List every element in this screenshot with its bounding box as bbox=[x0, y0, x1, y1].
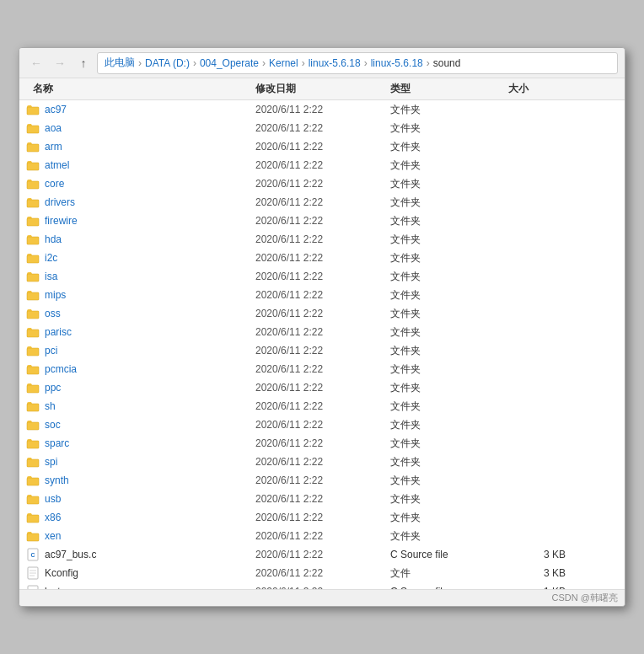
list-item[interactable]: i2c 2020/6/11 2:22 文件夹 bbox=[19, 249, 625, 267]
svg-rect-11 bbox=[27, 200, 39, 207]
list-item[interactable]: firewire 2020/6/11 2:22 文件夹 bbox=[19, 212, 625, 230]
folder-name: pcmcia bbox=[19, 362, 255, 376]
col-header-date[interactable]: 修改日期 bbox=[255, 82, 390, 96]
folder-date: 2020/6/11 2:22 bbox=[255, 530, 390, 542]
file-size: 3 KB bbox=[508, 567, 576, 579]
file-size: 1 KB bbox=[508, 586, 576, 589]
svg-rect-23 bbox=[27, 311, 39, 319]
svg-rect-35 bbox=[27, 422, 39, 430]
list-item[interactable]: hda 2020/6/11 2:22 文件夹 bbox=[19, 230, 625, 249]
svg-text:C: C bbox=[30, 552, 35, 558]
svg-rect-21 bbox=[27, 292, 39, 300]
list-item[interactable]: ppc 2020/6/11 2:22 文件夹 bbox=[19, 378, 625, 397]
list-item[interactable]: Kconfig 2020/6/11 2:22 文件 3 KB bbox=[19, 564, 625, 582]
list-item[interactable]: pcmcia 2020/6/11 2:22 文件夹 bbox=[19, 360, 625, 378]
column-headers: 名称 修改日期 类型 大小 bbox=[19, 78, 625, 100]
svg-rect-9 bbox=[27, 181, 39, 189]
list-item[interactable]: core 2020/6/11 2:22 文件夹 bbox=[19, 174, 625, 193]
svg-rect-31 bbox=[27, 385, 39, 393]
navigation-bar: ← → ↑ 此电脑 › DATA (D:) › 004_Operate › Ke… bbox=[19, 48, 625, 78]
list-item[interactable]: parisc 2020/6/11 2:22 文件夹 bbox=[19, 323, 625, 341]
folder-type: 文件夹 bbox=[390, 307, 508, 321]
breadcrumb-sound: sound bbox=[433, 57, 461, 69]
svg-rect-17 bbox=[27, 255, 39, 263]
breadcrumb-data-d[interactable]: DATA (D:) bbox=[145, 57, 190, 69]
folder-date: 2020/6/11 2:22 bbox=[255, 363, 390, 375]
list-item[interactable]: sparc 2020/6/11 2:22 文件夹 bbox=[19, 434, 625, 453]
folder-name: parisc bbox=[19, 325, 255, 339]
folder-date: 2020/6/11 2:22 bbox=[255, 233, 390, 245]
col-header-size[interactable]: 大小 bbox=[508, 82, 576, 96]
folder-name: usb bbox=[19, 492, 255, 506]
folder-name: ppc bbox=[19, 381, 255, 394]
folder-date: 2020/6/11 2:22 bbox=[255, 382, 390, 394]
folder-type: 文件夹 bbox=[390, 325, 508, 340]
breadcrumb-linux2[interactable]: linux-5.6.18 bbox=[371, 57, 423, 69]
breadcrumb-this-pc[interactable]: 此电脑 bbox=[105, 56, 135, 70]
list-item[interactable]: usb 2020/6/11 2:22 文件夹 bbox=[19, 490, 625, 508]
forward-button[interactable]: → bbox=[50, 53, 70, 73]
folder-name: i2c bbox=[19, 251, 255, 265]
folder-name: mips bbox=[19, 288, 255, 302]
breadcrumb-kernel[interactable]: Kernel bbox=[269, 57, 298, 69]
folder-date: 2020/6/11 2:22 bbox=[255, 345, 390, 356]
list-item[interactable]: pci 2020/6/11 2:22 文件夹 bbox=[19, 341, 625, 360]
folder-name: sparc bbox=[19, 437, 255, 450]
folder-type: 文件夹 bbox=[390, 158, 508, 173]
folder-date: 2020/6/11 2:22 bbox=[255, 400, 390, 412]
breadcrumb-linux1[interactable]: linux-5.6.18 bbox=[309, 57, 361, 69]
list-item[interactable]: synth 2020/6/11 2:22 文件夹 bbox=[19, 471, 625, 490]
list-item[interactable]: arm 2020/6/11 2:22 文件夹 bbox=[19, 137, 625, 156]
folder-type: 文件夹 bbox=[390, 399, 508, 414]
back-button[interactable]: ← bbox=[26, 53, 46, 73]
file-name: C ac97_bus.c bbox=[19, 548, 255, 561]
col-header-type[interactable]: 类型 bbox=[390, 82, 508, 96]
list-item[interactable]: C ac97_bus.c 2020/6/11 2:22 C Source fil… bbox=[19, 545, 625, 564]
folder-date: 2020/6/11 2:22 bbox=[255, 215, 390, 227]
svg-rect-39 bbox=[27, 459, 39, 467]
up-button[interactable]: ↑ bbox=[73, 53, 94, 73]
list-item[interactable]: mips 2020/6/11 2:22 文件夹 bbox=[19, 286, 625, 304]
folder-date: 2020/6/11 2:22 bbox=[255, 141, 390, 153]
folder-date: 2020/6/11 2:22 bbox=[255, 308, 390, 319]
list-item[interactable]: ac97 2020/6/11 2:22 文件夹 bbox=[19, 100, 625, 119]
folder-date: 2020/6/11 2:22 bbox=[255, 437, 390, 449]
file-date: 2020/6/11 2:22 bbox=[255, 567, 390, 579]
folder-date: 2020/6/11 2:22 bbox=[255, 196, 390, 208]
folder-name: ac97 bbox=[19, 103, 255, 116]
list-item[interactable]: aoa 2020/6/11 2:22 文件夹 bbox=[19, 119, 625, 137]
folder-type: 文件夹 bbox=[390, 492, 508, 507]
list-item[interactable]: atmel 2020/6/11 2:22 文件夹 bbox=[19, 156, 625, 174]
breadcrumb-operate[interactable]: 004_Operate bbox=[200, 57, 259, 69]
folder-type: 文件夹 bbox=[390, 270, 508, 284]
list-item[interactable]: xen 2020/6/11 2:22 文件夹 bbox=[19, 527, 625, 545]
folder-type: 文件夹 bbox=[390, 214, 508, 228]
folder-date: 2020/6/11 2:22 bbox=[255, 493, 390, 505]
folder-type: 文件夹 bbox=[390, 437, 508, 451]
folder-name: spi bbox=[19, 455, 255, 469]
col-header-name[interactable]: 名称 bbox=[19, 82, 255, 96]
list-item[interactable]: isa 2020/6/11 2:22 文件夹 bbox=[19, 267, 625, 286]
list-item[interactable]: C last.c 2020/6/11 2:22 C Source file 1 … bbox=[19, 582, 625, 589]
svg-rect-25 bbox=[27, 330, 39, 337]
folder-date: 2020/6/11 2:22 bbox=[255, 289, 390, 301]
folder-date: 2020/6/11 2:22 bbox=[255, 512, 390, 523]
breadcrumb: 此电脑 › DATA (D:) › 004_Operate › Kernel ›… bbox=[97, 52, 618, 74]
list-item[interactable]: oss 2020/6/11 2:22 文件夹 bbox=[19, 304, 625, 323]
list-item[interactable]: soc 2020/6/11 2:22 文件夹 bbox=[19, 415, 625, 434]
list-item[interactable]: x86 2020/6/11 2:22 文件夹 bbox=[19, 508, 625, 527]
folder-type: 文件夹 bbox=[390, 511, 508, 525]
list-item[interactable]: drivers 2020/6/11 2:22 文件夹 bbox=[19, 193, 625, 212]
folder-date: 2020/6/11 2:22 bbox=[255, 104, 390, 115]
folder-name: arm bbox=[19, 140, 255, 153]
list-item[interactable]: sh 2020/6/11 2:22 文件夹 bbox=[19, 397, 625, 415]
folder-type: 文件夹 bbox=[390, 233, 508, 247]
folder-type: 文件夹 bbox=[390, 362, 508, 377]
svg-rect-3 bbox=[27, 126, 39, 133]
file-type: C Source file bbox=[390, 549, 508, 560]
folder-type: 文件夹 bbox=[390, 251, 508, 265]
folder-date: 2020/6/11 2:22 bbox=[255, 456, 390, 468]
folder-name: sh bbox=[19, 399, 255, 413]
folder-name: aoa bbox=[19, 121, 255, 135]
list-item[interactable]: spi 2020/6/11 2:22 文件夹 bbox=[19, 453, 625, 471]
